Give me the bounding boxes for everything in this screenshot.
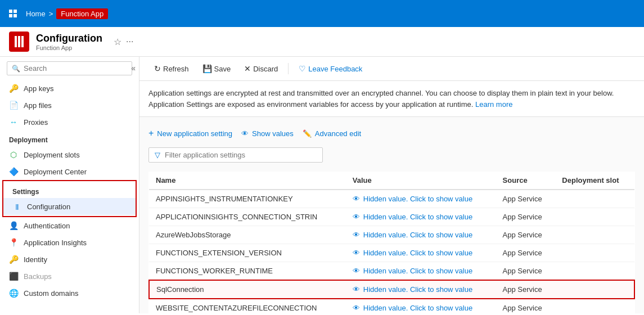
configuration-icon: ||| — [12, 202, 21, 211]
setting-source: App Service — [496, 208, 556, 226]
discard-label: Discard — [253, 65, 278, 73]
setting-value[interactable]: 👁Hidden value. Click to show value — [346, 244, 496, 262]
settings-section-label: Settings — [3, 182, 136, 198]
page-title: Configuration — [36, 33, 102, 44]
table-row: APPLICATIONINSIGHTS_CONNECTION_STRIN👁Hid… — [149, 208, 634, 226]
sidebar-label-deployment-center: Deployment Center — [24, 168, 87, 176]
proxies-icon: ↔ — [9, 118, 18, 127]
setting-value[interactable]: 👁Hidden value. Click to show value — [346, 262, 496, 281]
content-area: ↻ Refresh 💾 Save ✕ Discard ♡ Leave Feedb… — [139, 57, 644, 313]
identity-icon: 🔑 — [9, 255, 18, 264]
setting-source: App Service — [496, 244, 556, 262]
sidebar-item-backups[interactable]: ⬛ Backups — [0, 268, 139, 285]
refresh-icon: ↻ — [154, 64, 161, 73]
app-files-icon: 📄 — [9, 101, 18, 110]
toolbar: ↻ Refresh 💾 Save ✕ Discard ♡ Leave Feedb… — [139, 57, 644, 81]
hidden-value-link[interactable]: 👁Hidden value. Click to show value — [353, 285, 489, 294]
hidden-value-link[interactable]: 👁Hidden value. Click to show value — [353, 195, 489, 203]
setting-value[interactable]: 👁Hidden value. Click to show value — [346, 190, 496, 208]
page-subtitle: Function App — [36, 44, 102, 51]
search-box: 🔍 — [7, 61, 132, 75]
toolbar-separator — [288, 63, 289, 74]
sidebar-item-authentication[interactable]: 👤 Authentication — [0, 217, 139, 234]
setting-source: App Service — [496, 262, 556, 281]
col-header-value: Value — [346, 172, 496, 190]
plus-icon: + — [148, 128, 154, 138]
table-header-row: Name Value Source Deployment slot — [149, 172, 634, 190]
save-button[interactable]: 💾 Save — [197, 61, 237, 76]
show-values-icon: 👁 — [241, 129, 249, 138]
sidebar-item-proxies[interactable]: ↔ Proxies — [0, 114, 139, 130]
hidden-value-text: Hidden value. Click to show value — [363, 285, 472, 294]
hidden-value-link[interactable]: 👁Hidden value. Click to show value — [353, 249, 489, 257]
setting-name: FUNCTIONS_EXTENSION_VERSION — [149, 244, 346, 262]
setting-value[interactable]: 👁Hidden value. Click to show value — [346, 208, 496, 226]
setting-slot — [555, 262, 634, 281]
setting-slot — [555, 208, 634, 226]
refresh-label: Refresh — [163, 65, 189, 73]
table-row: SqlConnection👁Hidden value. Click to sho… — [149, 280, 634, 299]
search-input[interactable] — [24, 64, 127, 73]
feedback-icon: ♡ — [299, 64, 306, 73]
setting-value[interactable]: 👁Hidden value. Click to show value — [346, 226, 496, 244]
app-keys-icon: 🔑 — [9, 84, 18, 93]
hidden-value-link[interactable]: 👁Hidden value. Click to show value — [353, 231, 489, 239]
deployment-center-icon: 🔷 — [9, 167, 18, 176]
refresh-button[interactable]: ↻ Refresh — [148, 61, 195, 76]
table-row: FUNCTIONS_EXTENSION_VERSION👁Hidden value… — [149, 244, 634, 262]
hidden-value-link[interactable]: 👁Hidden value. Click to show value — [353, 213, 489, 221]
sidebar-item-deployment-slots[interactable]: ⬡ Deployment slots — [0, 146, 139, 163]
hidden-value-text: Hidden value. Click to show value — [363, 231, 472, 239]
sidebar-label-custom-domains: Custom domains — [24, 289, 79, 298]
show-values-label: Show values — [252, 129, 294, 138]
sidebar-item-identity[interactable]: 🔑 Identity — [0, 251, 139, 268]
breadcrumb-app: Function App — [56, 8, 108, 19]
more-options-icon[interactable]: ··· — [126, 37, 133, 47]
discard-icon: ✕ — [244, 64, 251, 73]
hidden-value-link[interactable]: 👁Hidden value. Click to show value — [353, 267, 489, 275]
eye-icon: 👁 — [353, 285, 360, 294]
setting-slot — [555, 190, 634, 208]
setting-value[interactable]: 👁Hidden value. Click to show value — [346, 280, 496, 299]
application-insights-icon: 📍 — [9, 238, 18, 247]
table-row: WEBSITE_CONTENTAZUREFILECONNECTION👁Hidde… — [149, 299, 634, 313]
setting-slot — [555, 280, 634, 299]
feedback-button[interactable]: ♡ Leave Feedback — [293, 61, 368, 76]
setting-slot — [555, 299, 634, 313]
sidebar-item-configuration[interactable]: ||| Configuration — [3, 198, 136, 215]
sidebar: « 🔍 🔑 App keys 📄 App files ↔ Proxies Dep… — [0, 57, 139, 313]
top-bar: Home > Function App — [0, 0, 644, 27]
sidebar-item-application-insights[interactable]: 📍 Application Insights — [0, 234, 139, 251]
setting-slot — [555, 226, 634, 244]
table-row: AzureWebJobsStorage👁Hidden value. Click … — [149, 226, 634, 244]
learn-more-link[interactable]: Learn more — [475, 100, 512, 109]
save-label: Save — [214, 65, 231, 73]
discard-button[interactable]: ✕ Discard — [238, 61, 283, 76]
new-setting-button[interactable]: + New application setting — [148, 126, 232, 141]
backups-icon: ⬛ — [9, 272, 18, 281]
sidebar-label-identity: Identity — [24, 255, 47, 264]
sidebar-collapse-button[interactable]: « — [128, 61, 139, 75]
breadcrumb-home[interactable]: Home — [26, 10, 46, 18]
sidebar-item-app-files[interactable]: 📄 App files — [0, 97, 139, 114]
setting-value[interactable]: 👁Hidden value. Click to show value — [346, 299, 496, 313]
table-row: FUNCTIONS_WORKER_RUNTIME👁Hidden value. C… — [149, 262, 634, 281]
page-header-info: Configuration Function App — [36, 33, 102, 51]
hidden-value-link[interactable]: 👁Hidden value. Click to show value — [353, 304, 489, 312]
custom-domains-icon: 🌐 — [9, 289, 18, 298]
eye-icon: 👁 — [353, 231, 360, 239]
sidebar-item-deployment-center[interactable]: 🔷 Deployment Center — [0, 163, 139, 180]
setting-name: WEBSITE_CONTENTAZUREFILECONNECTION — [149, 299, 346, 313]
sidebar-item-custom-domains[interactable]: 🌐 Custom domains — [0, 285, 139, 302]
filter-input[interactable] — [165, 151, 317, 159]
sidebar-item-app-keys[interactable]: 🔑 App keys — [0, 80, 139, 97]
eye-icon: 👁 — [353, 267, 360, 275]
settings-content: + New application setting 👁 Show values … — [139, 117, 644, 313]
show-values-button[interactable]: 👁 Show values — [241, 127, 294, 140]
search-icon: 🔍 — [12, 65, 20, 73]
setting-slot — [555, 244, 634, 262]
advanced-edit-button[interactable]: ✏️ Advanced edit — [303, 127, 361, 140]
sidebar-label-backups: Backups — [24, 272, 52, 281]
favorite-icon[interactable]: ☆ — [114, 37, 121, 47]
sidebar-label-deployment-slots: Deployment slots — [24, 151, 80, 159]
